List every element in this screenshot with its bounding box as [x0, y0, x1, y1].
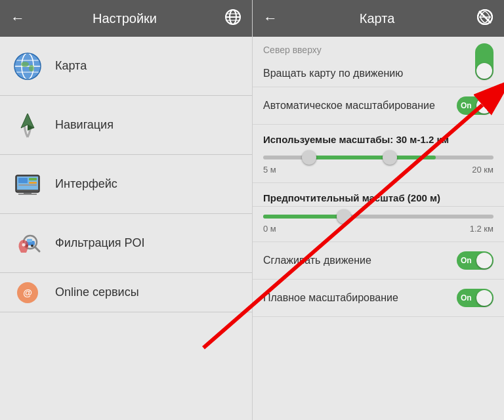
right-back-button[interactable]: ← — [263, 10, 278, 27]
online-label: Online сервисы — [55, 285, 139, 299]
svg-point-30 — [22, 243, 26, 246]
used-scales-label: Используемые масштабы: 30 м-1.2 км — [263, 134, 494, 145]
svg-rect-27 — [27, 239, 32, 242]
used-scales-row: Используемые масштабы: 30 м-1.2 км — [253, 125, 504, 148]
left-panel: ← Настройки — [0, 0, 252, 420]
slider-track-2 — [263, 215, 494, 219]
interface-icon — [10, 167, 45, 201]
left-back-button[interactable]: ← — [10, 10, 25, 27]
right-header: ← Карта — [253, 0, 504, 37]
menu-item-poi[interactable]: Фильтрация POI — [0, 214, 252, 273]
slider-1-min: 5 м — [263, 165, 276, 175]
used-scales-slider[interactable]: 5 м 20 км — [253, 148, 504, 183]
smooth-zoom-label: Плавное масштабирование — [263, 292, 457, 304]
smooth-movement-toggle-label: On — [461, 256, 472, 265]
slider-2-min: 0 м — [263, 224, 276, 234]
auto-scale-toggle-label: On — [461, 101, 472, 110]
poi-label: Фильтрация POI — [55, 236, 145, 250]
north-up-label: Север вверху — [263, 45, 467, 55]
svg-rect-19 — [29, 178, 37, 180]
right-settings-content: Север вверху Вращать карту по движению А… — [253, 37, 504, 420]
right-no-signal-icon — [476, 9, 494, 28]
smooth-movement-toggle[interactable]: On — [457, 251, 494, 270]
online-icon: @ — [10, 276, 45, 310]
svg-point-13 — [29, 65, 34, 72]
auto-scale-row: Автоматическое масштабирование On — [253, 87, 504, 125]
north-rotate-section: Север вверху Вращать карту по движению — [253, 37, 504, 87]
right-panel-title: Карта — [288, 11, 466, 26]
north-rotate-labels: Север вверху Вращать карту по движению — [263, 43, 467, 80]
slider-thumb-1b[interactable] — [383, 150, 397, 165]
svg-point-29 — [31, 244, 33, 247]
navigation-icon — [10, 108, 45, 142]
svg-rect-20 — [29, 182, 37, 184]
smooth-zoom-knob — [476, 290, 492, 306]
north-rotate-toggle-wrap — [475, 43, 494, 80]
svg-rect-21 — [18, 184, 37, 186]
poi-icon — [10, 226, 45, 261]
auto-scale-knob — [476, 98, 492, 114]
left-menu-list: Карта Навигация — [0, 37, 252, 420]
smooth-zoom-row: Плавное масштабирование On — [253, 280, 504, 317]
menu-item-navigation[interactable]: Навигация — [0, 96, 252, 155]
north-rotate-toggle[interactable] — [475, 43, 494, 80]
svg-line-25 — [35, 247, 39, 251]
toggle-knob — [476, 63, 492, 79]
menu-item-online[interactable]: @ Online сервисы — [0, 273, 252, 312]
svg-text:@: @ — [23, 287, 32, 298]
smooth-zoom-toggle[interactable]: On — [457, 289, 494, 307]
slider-thumb-2[interactable] — [337, 209, 351, 224]
slider-fill-2 — [263, 215, 344, 219]
preferred-scale-label: Предпочтительный масштаб (200 м) — [263, 192, 494, 203]
preferred-scale-slider[interactable]: 0 м 1.2 км — [253, 207, 504, 242]
slider-1-max: 20 км — [472, 165, 494, 175]
auto-scale-toggle[interactable]: On — [457, 96, 494, 115]
smooth-movement-knob — [476, 253, 492, 268]
map-label: Карта — [55, 59, 87, 73]
right-panel: ← Карта Север вверху Вращать к — [252, 0, 504, 420]
slider-1-labels: 5 м 20 км — [263, 165, 494, 175]
slider-fill-1 — [309, 156, 436, 159]
preferred-scale-row: Предпочтительный масштаб (200 м) — [253, 183, 504, 207]
svg-rect-23 — [18, 194, 37, 195]
left-globe-icon[interactable] — [224, 9, 242, 28]
navigation-label: Навигация — [55, 118, 114, 132]
slider-2-labels: 0 м 1.2 км — [263, 224, 494, 234]
svg-rect-18 — [18, 178, 28, 183]
slider-track-1 — [263, 156, 494, 159]
smooth-movement-label: Сглаживать движение — [263, 255, 457, 266]
auto-scale-label: Автоматическое масштабирование — [263, 100, 457, 112]
smooth-zoom-toggle-label: On — [461, 293, 472, 303]
svg-point-12 — [21, 62, 29, 67]
left-panel-title: Настройки — [35, 11, 214, 26]
smooth-movement-row: Сглаживать движение On — [253, 242, 504, 280]
left-header: ← Настройки — [0, 0, 252, 37]
menu-item-interface[interactable]: Интерфейс — [0, 155, 252, 214]
slider-2-max: 1.2 км — [470, 224, 494, 234]
interface-label: Интерфейс — [55, 177, 117, 191]
rotate-map-label: Вращать карту по движению — [263, 68, 467, 79]
map-icon — [10, 49, 45, 83]
slider-thumb-1a[interactable] — [302, 150, 316, 165]
menu-item-map[interactable]: Карта — [0, 37, 252, 96]
